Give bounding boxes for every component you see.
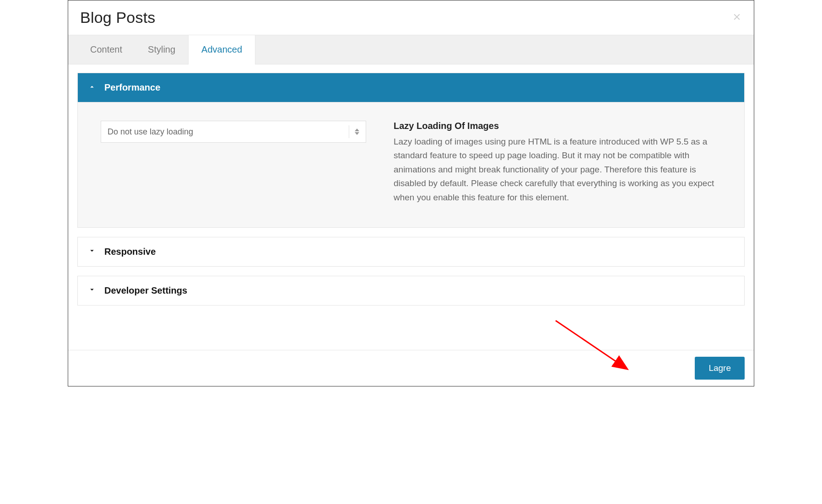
panel-developer: Developer Settings	[77, 276, 745, 306]
panel-title-developer: Developer Settings	[104, 285, 187, 296]
modal: Blog Posts Content Styling Advanced Perf…	[68, 0, 754, 386]
save-button[interactable]: Lagre	[695, 357, 745, 380]
modal-title: Blog Posts	[80, 9, 156, 27]
lazy-loading-desc-col: Lazy Loading Of Images Lazy loading of i…	[394, 121, 721, 204]
panel-performance: Performance Do not use lazy loading Lazy…	[77, 73, 745, 228]
tab-advanced[interactable]: Advanced	[188, 35, 255, 64]
lazy-loading-select[interactable]: Do not use lazy loading	[101, 121, 366, 143]
panel-header-performance[interactable]: Performance	[78, 73, 744, 102]
lazy-loading-field-title: Lazy Loading Of Images	[394, 121, 721, 131]
content-area: Performance Do not use lazy loading Lazy…	[68, 64, 754, 350]
close-icon[interactable]	[732, 11, 742, 24]
tab-content[interactable]: Content	[77, 35, 135, 64]
lazy-loading-select-value: Do not use lazy loading	[108, 127, 349, 137]
lazy-loading-field-desc: Lazy loading of images using pure HTML i…	[394, 135, 721, 204]
modal-footer: Lagre	[68, 350, 754, 386]
panel-title-performance: Performance	[104, 82, 160, 93]
chevron-up-icon	[88, 83, 96, 93]
tabs-bar: Content Styling Advanced	[68, 35, 754, 64]
panel-header-developer[interactable]: Developer Settings	[78, 276, 744, 305]
tab-styling[interactable]: Styling	[135, 35, 188, 64]
select-arrows-icon	[349, 125, 359, 138]
chevron-down-icon	[88, 247, 96, 257]
panel-header-responsive[interactable]: Responsive	[78, 237, 744, 266]
modal-header: Blog Posts	[68, 0, 754, 35]
panel-body-performance: Do not use lazy loading Lazy Loading Of …	[78, 102, 744, 227]
panel-title-responsive: Responsive	[104, 247, 156, 257]
chevron-down-icon	[88, 285, 96, 295]
lazy-loading-select-col: Do not use lazy loading	[101, 121, 366, 204]
panel-responsive: Responsive	[77, 237, 745, 267]
